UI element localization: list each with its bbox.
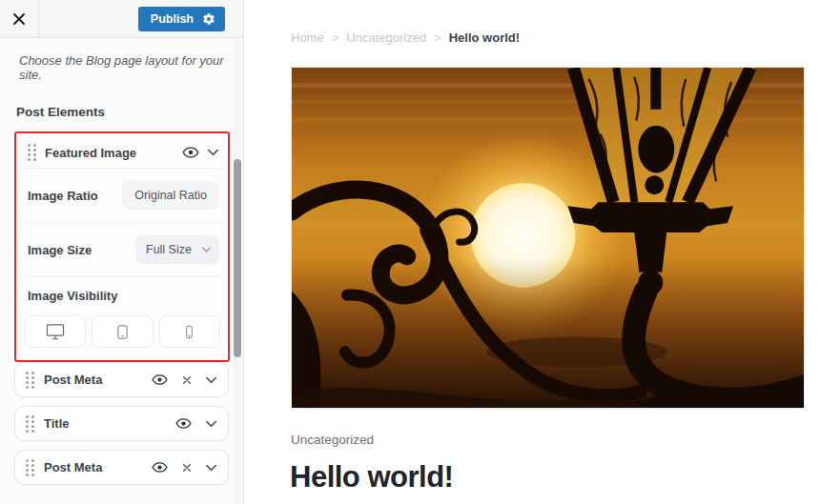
breadcrumb-separator: > <box>434 30 441 45</box>
eye-icon <box>152 373 168 386</box>
sunset-lamp-image <box>292 68 804 408</box>
element-card-label: Title <box>44 416 166 431</box>
visibility-toggle-button[interactable] <box>182 146 199 159</box>
chevron-down-icon <box>206 420 216 428</box>
visibility-toggle-button[interactable] <box>152 373 168 386</box>
image-ratio-button[interactable]: Original Ratio <box>122 181 219 210</box>
breadcrumb-separator: > <box>332 30 339 45</box>
close-icon <box>12 12 26 26</box>
eye-icon <box>182 146 199 159</box>
breadcrumb-current-page: Hello world! <box>449 30 520 45</box>
mobile-visibility-button[interactable] <box>159 315 220 348</box>
eye-icon <box>152 461 168 474</box>
sidebar-topbar: Publish <box>0 0 243 38</box>
eye-icon <box>175 417 192 430</box>
drag-handle-icon[interactable] <box>26 415 34 433</box>
scrollbar-thumb[interactable] <box>234 159 241 357</box>
featured-image-photo <box>291 67 805 409</box>
image-size-row: Image Size Full Size <box>23 223 221 277</box>
expand-button[interactable] <box>206 376 216 384</box>
desktop-visibility-button[interactable] <box>25 315 86 348</box>
featured-image-section: Featured Image Image Ratio <box>14 131 230 362</box>
close-button[interactable] <box>0 0 39 38</box>
desktop-monitor-icon <box>45 323 66 341</box>
x-remove-icon <box>182 375 192 385</box>
tablet-visibility-button[interactable] <box>92 315 153 348</box>
image-visibility-row: Image Visibility <box>23 277 221 348</box>
featured-image-header[interactable]: Featured Image <box>23 137 221 169</box>
remove-element-button[interactable] <box>182 463 192 473</box>
chevron-down-icon <box>206 376 216 384</box>
image-ratio-label: Image Ratio <box>28 189 98 203</box>
image-size-select[interactable]: Full Size <box>135 235 219 264</box>
customizer-app: Publish Choose the Blog page layout for … <box>0 0 820 504</box>
site-preview: Home > Uncategorized > Hello world! <box>245 0 820 504</box>
mobile-phone-icon <box>182 323 196 341</box>
chevron-down-icon <box>208 149 218 156</box>
chevron-down-icon <box>202 247 211 252</box>
customizer-sidebar: Publish Choose the Blog page layout for … <box>0 0 244 504</box>
drag-handle-icon[interactable] <box>28 144 36 161</box>
visibility-toggle-button[interactable] <box>175 417 192 430</box>
image-visibility-label: Image Visibility <box>28 289 219 303</box>
sidebar-scrollbar <box>234 39 241 504</box>
publish-label: Publish <box>151 12 194 26</box>
sidebar-panel: Choose the Blog page layout for your sit… <box>0 38 243 485</box>
publish-button[interactable]: Publish <box>138 7 225 31</box>
expand-button[interactable] <box>206 464 216 472</box>
chevron-down-icon <box>206 464 216 472</box>
gear-icon <box>202 12 215 26</box>
element-card-post-meta-2[interactable]: Post Meta <box>14 450 229 485</box>
section-title: Post Elements <box>16 105 230 119</box>
post-category[interactable]: Uncategorized <box>291 433 374 447</box>
image-ratio-row: Image Ratio Original Ratio <box>23 169 221 223</box>
breadcrumb-home-link[interactable]: Home <box>291 30 324 45</box>
featured-image-title: Featured Image <box>45 146 174 160</box>
visibility-toggle-button[interactable] <box>152 461 168 474</box>
drag-handle-icon[interactable] <box>26 372 34 389</box>
collapse-button[interactable] <box>208 149 218 156</box>
post-title: Hello world! <box>290 460 453 494</box>
x-remove-icon <box>182 463 192 473</box>
tablet-icon <box>114 323 131 341</box>
breadcrumb: Home > Uncategorized > Hello world! <box>291 30 520 45</box>
element-card-title[interactable]: Title <box>14 406 229 441</box>
device-toggle-group <box>25 315 220 348</box>
breadcrumb-category-link[interactable]: Uncategorized <box>346 30 426 45</box>
image-size-label: Image Size <box>28 243 92 257</box>
element-card-label: Post Meta <box>44 373 142 387</box>
drag-handle-icon[interactable] <box>26 459 34 476</box>
image-size-value: Full Size <box>146 243 192 256</box>
remove-element-button[interactable] <box>182 375 192 385</box>
expand-button[interactable] <box>206 420 216 428</box>
panel-description: Choose the Blog page layout for your sit… <box>19 53 228 82</box>
element-card-post-meta-1[interactable]: Post Meta <box>14 362 229 397</box>
element-card-label: Post Meta <box>44 460 142 474</box>
